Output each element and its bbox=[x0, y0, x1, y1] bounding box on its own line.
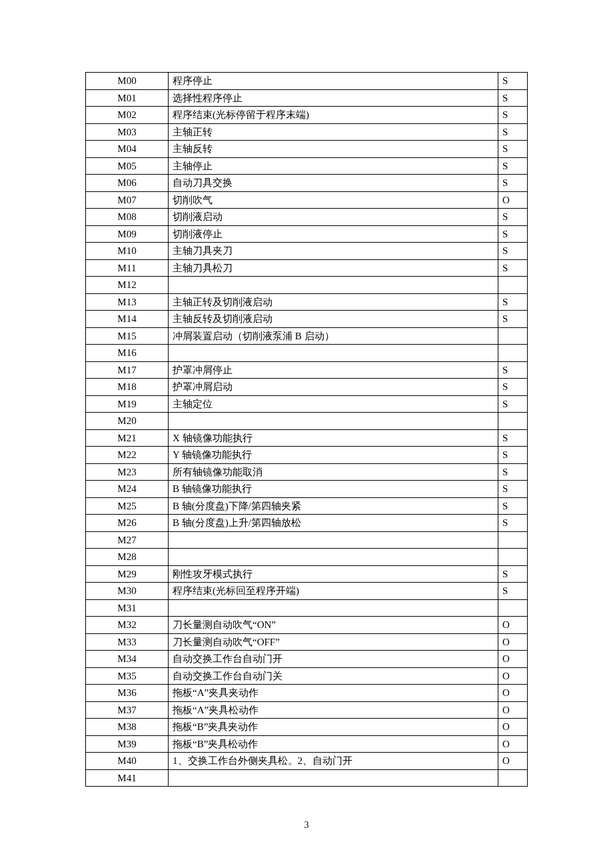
table-row: M12 bbox=[86, 277, 528, 294]
table-row: M20 bbox=[86, 413, 528, 430]
type-cell bbox=[498, 277, 528, 294]
table-row: M28 bbox=[86, 549, 528, 566]
code-cell: M10 bbox=[86, 243, 169, 260]
type-cell: S bbox=[498, 141, 528, 158]
code-cell: M19 bbox=[86, 395, 169, 413]
table-row: M35自动交换工作台自动门关O bbox=[86, 667, 528, 685]
code-cell: M26 bbox=[86, 515, 169, 532]
description-cell bbox=[169, 345, 498, 362]
type-cell: S bbox=[498, 583, 528, 600]
code-cell: M25 bbox=[86, 497, 169, 515]
table-row: M401、交换工作台外侧夹具松。2、自动门开O bbox=[86, 753, 528, 770]
table-row: M24B 轴镜像功能执行S bbox=[86, 481, 528, 498]
code-cell: M24 bbox=[86, 481, 169, 498]
code-cell: M34 bbox=[86, 651, 169, 668]
type-cell: O bbox=[498, 719, 528, 736]
type-cell: S bbox=[498, 447, 528, 464]
description-cell: 主轴反转及切削液启动 bbox=[169, 311, 498, 328]
description-cell: 1、交换工作台外侧夹具松。2、自动门开 bbox=[169, 753, 498, 770]
type-cell: S bbox=[498, 361, 528, 379]
table-row: M26B 轴(分度盘)上升/第四轴放松S bbox=[86, 515, 528, 532]
type-cell: S bbox=[498, 107, 528, 124]
description-cell: 刀长量测自动吹气“OFF” bbox=[169, 633, 498, 651]
table-row: M16 bbox=[86, 345, 528, 362]
description-cell: Y 轴镜像功能执行 bbox=[169, 447, 498, 464]
description-cell: 程序停止 bbox=[169, 73, 498, 90]
table-row: M15冲屑装置启动（切削液泵浦 B 启动） bbox=[86, 327, 528, 345]
code-cell: M01 bbox=[86, 89, 169, 107]
type-cell: S bbox=[498, 429, 528, 447]
description-cell: 自动交换工作台自动门关 bbox=[169, 667, 498, 685]
table-row: M04主轴反转S bbox=[86, 141, 528, 158]
table-row: M03主轴正转S bbox=[86, 123, 528, 141]
description-cell: 拖板“A”夹具松动作 bbox=[169, 701, 498, 719]
description-cell: 所有轴镜像功能取消 bbox=[169, 463, 498, 481]
table-row: M30程序结束(光标回至程序开端)S bbox=[86, 583, 528, 600]
description-cell: B 轴(分度盘)下降/第四轴夹紧 bbox=[169, 497, 498, 515]
type-cell: S bbox=[498, 89, 528, 107]
table-row: M23所有轴镜像功能取消S bbox=[86, 463, 528, 481]
code-cell: M03 bbox=[86, 123, 169, 141]
type-cell: O bbox=[498, 633, 528, 651]
code-cell: M22 bbox=[86, 447, 169, 464]
code-cell: M32 bbox=[86, 617, 169, 634]
type-cell: S bbox=[498, 311, 528, 328]
type-cell bbox=[498, 769, 528, 787]
type-cell: O bbox=[498, 701, 528, 719]
type-cell bbox=[498, 345, 528, 362]
table-row: M05主轴停止S bbox=[86, 157, 528, 175]
type-cell bbox=[498, 327, 528, 345]
table-row: M10主轴刀具夹刀S bbox=[86, 243, 528, 260]
table-row: M02程序结束(光标停留于程序末端)S bbox=[86, 107, 528, 124]
code-cell: M21 bbox=[86, 429, 169, 447]
code-cell: M18 bbox=[86, 379, 169, 396]
description-cell: 程序结束(光标回至程序开端) bbox=[169, 583, 498, 600]
description-cell: 主轴定位 bbox=[169, 395, 498, 413]
description-cell: 主轴停止 bbox=[169, 157, 498, 175]
type-cell: O bbox=[498, 191, 528, 209]
description-cell bbox=[169, 531, 498, 549]
type-cell: S bbox=[498, 175, 528, 192]
code-cell: M17 bbox=[86, 361, 169, 379]
table-row: M36拖板“A”夹具夹动作O bbox=[86, 685, 528, 702]
description-cell: 选择性程序停止 bbox=[169, 89, 498, 107]
description-cell: B 轴镜像功能执行 bbox=[169, 481, 498, 498]
code-cell: M08 bbox=[86, 209, 169, 226]
mcode-table-body: M00程序停止SM01选择性程序停止SM02程序结束(光标停留于程序末端)SM0… bbox=[86, 73, 528, 787]
description-cell bbox=[169, 277, 498, 294]
description-cell bbox=[169, 599, 498, 617]
type-cell: S bbox=[498, 73, 528, 90]
description-cell: 主轴刀具松刀 bbox=[169, 259, 498, 277]
code-cell: M13 bbox=[86, 293, 169, 311]
description-cell: 切削液停止 bbox=[169, 225, 498, 243]
description-cell: 主轴正转及切削液启动 bbox=[169, 293, 498, 311]
mcode-table: M00程序停止SM01选择性程序停止SM02程序结束(光标停留于程序末端)SM0… bbox=[85, 72, 528, 787]
type-cell bbox=[498, 549, 528, 566]
code-cell: M33 bbox=[86, 633, 169, 651]
type-cell: S bbox=[498, 515, 528, 532]
description-cell: B 轴(分度盘)上升/第四轴放松 bbox=[169, 515, 498, 532]
description-cell: 切削吹气 bbox=[169, 191, 498, 209]
type-cell: S bbox=[498, 293, 528, 311]
table-row: M34自动交换工作台自动门开O bbox=[86, 651, 528, 668]
description-cell bbox=[169, 769, 498, 787]
table-row: M39拖板“B”夹具松动作O bbox=[86, 735, 528, 753]
description-cell: 自动刀具交换 bbox=[169, 175, 498, 192]
type-cell bbox=[498, 531, 528, 549]
table-row: M07切削吹气O bbox=[86, 191, 528, 209]
table-row: M11主轴刀具松刀S bbox=[86, 259, 528, 277]
description-cell: 护罩冲屑启动 bbox=[169, 379, 498, 396]
type-cell: O bbox=[498, 735, 528, 753]
table-row: M13主轴正转及切削液启动S bbox=[86, 293, 528, 311]
code-cell: M36 bbox=[86, 685, 169, 702]
code-cell: M38 bbox=[86, 719, 169, 736]
type-cell: S bbox=[498, 259, 528, 277]
code-cell: M07 bbox=[86, 191, 169, 209]
type-cell: S bbox=[498, 463, 528, 481]
code-cell: M35 bbox=[86, 667, 169, 685]
type-cell: O bbox=[498, 667, 528, 685]
type-cell: S bbox=[498, 379, 528, 396]
code-cell: M09 bbox=[86, 225, 169, 243]
table-row: M25B 轴(分度盘)下降/第四轴夹紧S bbox=[86, 497, 528, 515]
type-cell: S bbox=[498, 243, 528, 260]
